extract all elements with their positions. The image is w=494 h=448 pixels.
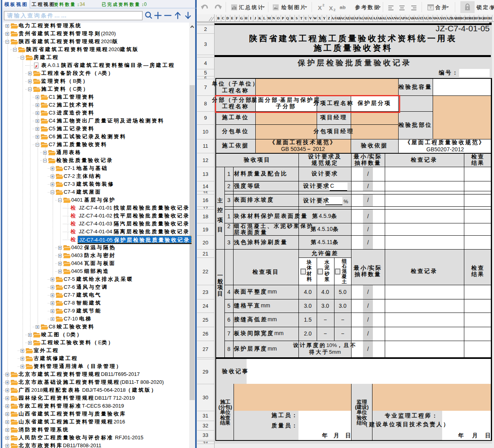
svg-text:T: T xyxy=(430,6,432,10)
